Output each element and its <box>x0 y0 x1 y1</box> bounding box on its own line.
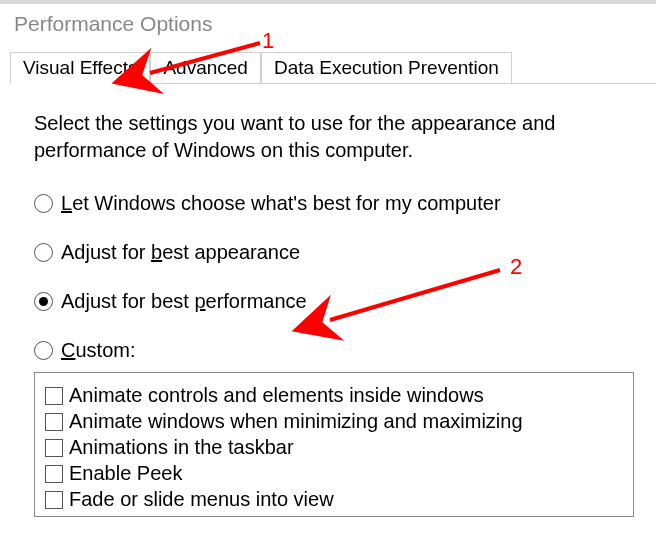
effects-checklist[interactable]: Animate controls and elements inside win… <box>34 372 634 517</box>
checkbox-icon <box>45 387 63 405</box>
tab-visual-effects[interactable]: Visual Effects <box>10 52 150 84</box>
tab-advanced[interactable]: Advanced <box>150 52 261 83</box>
checkbox-icon <box>45 413 63 431</box>
check-fade-slide-menus[interactable]: Fade or slide menus into view <box>45 488 623 511</box>
radio-icon <box>34 341 53 360</box>
radio-label: Adjust for best appearance <box>61 241 300 264</box>
check-label: Animations in the taskbar <box>69 436 294 459</box>
check-animations-taskbar[interactable]: Animations in the taskbar <box>45 436 623 459</box>
perf-radio-group: Let Windows choose what's best for my co… <box>34 192 634 362</box>
radio-icon <box>34 292 53 311</box>
window-title: Performance Options <box>0 0 656 42</box>
check-label: Animate controls and elements inside win… <box>69 384 484 407</box>
radio-best-performance[interactable]: Adjust for best performance <box>34 290 634 313</box>
check-enable-peek[interactable]: Enable Peek <box>45 462 623 485</box>
tab-data-execution-prevention[interactable]: Data Execution Prevention <box>261 52 512 83</box>
tab-label: Data Execution Prevention <box>274 57 499 78</box>
checkbox-icon <box>45 465 63 483</box>
check-label: Enable Peek <box>69 462 182 485</box>
visual-effects-panel: Select the settings you want to use for … <box>0 84 656 517</box>
radio-icon <box>34 243 53 262</box>
tab-strip: Visual Effects Advanced Data Execution P… <box>10 52 656 84</box>
radio-best-appearance[interactable]: Adjust for best appearance <box>34 241 634 264</box>
checkbox-icon <box>45 491 63 509</box>
checkbox-icon <box>45 439 63 457</box>
radio-label: Adjust for best performance <box>61 290 307 313</box>
instruction-text: Select the settings you want to use for … <box>34 110 604 164</box>
check-animate-controls[interactable]: Animate controls and elements inside win… <box>45 384 623 407</box>
radio-custom[interactable]: Custom: <box>34 339 634 362</box>
check-animate-windows-minmax[interactable]: Animate windows when minimizing and maxi… <box>45 410 623 433</box>
radio-icon <box>34 194 53 213</box>
radio-label: Custom: <box>61 339 135 362</box>
check-label: Animate windows when minimizing and maxi… <box>69 410 523 433</box>
radio-label: Let Windows choose what's best for my co… <box>61 192 501 215</box>
check-label: Fade or slide menus into view <box>69 488 334 511</box>
tab-label: Advanced <box>163 57 248 78</box>
tab-label: Visual Effects <box>23 57 137 78</box>
radio-let-windows-choose[interactable]: Let Windows choose what's best for my co… <box>34 192 634 215</box>
